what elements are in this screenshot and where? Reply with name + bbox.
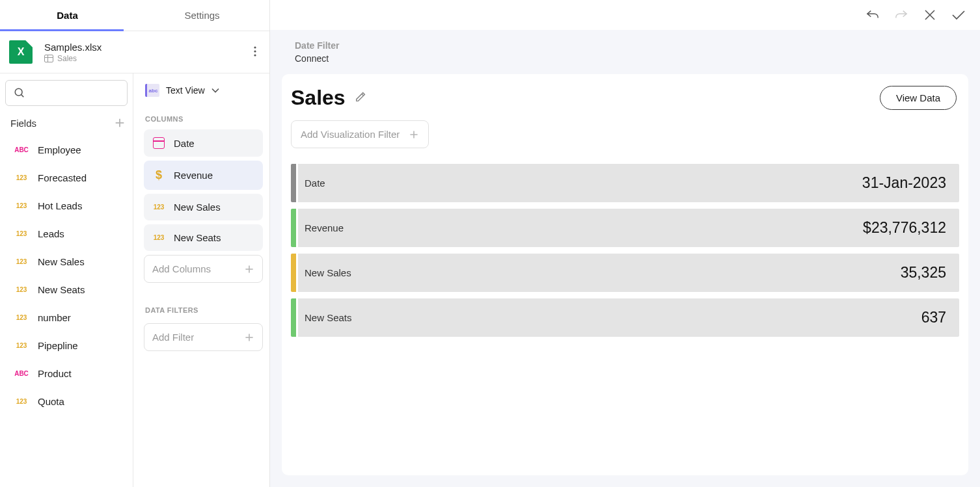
number-type-icon: 123	[152, 234, 166, 241]
file-name: Samples.xlsx	[44, 42, 102, 53]
svg-point-3	[15, 88, 22, 96]
field-item[interactable]: ABCEmployee	[3, 136, 133, 164]
number-type-icon: 123	[13, 174, 30, 181]
card-value: 31-Jan-2023	[862, 174, 946, 192]
number-type-icon: 123	[13, 342, 30, 349]
card-stripe	[291, 254, 296, 292]
text-view-icon: abc	[145, 84, 159, 97]
plus-icon	[244, 264, 254, 274]
card-value: 637	[921, 309, 946, 326]
column-label: New Sales	[174, 202, 221, 213]
visualization-title: Sales	[291, 86, 346, 110]
currency-icon: $	[152, 168, 166, 182]
column-label: New Seats	[174, 232, 221, 243]
close-button[interactable]	[923, 8, 937, 22]
card-label: Date	[305, 178, 325, 189]
data-card: Revenue$23,776,312	[291, 209, 959, 247]
view-type-dropdown[interactable]: abc Text View	[144, 80, 263, 109]
text-type-icon: ABC	[13, 370, 30, 377]
edit-title-button[interactable]	[355, 90, 368, 105]
column-label: Date	[174, 138, 195, 149]
field-label: Pipepline	[38, 340, 78, 351]
number-type-icon: 123	[13, 230, 30, 237]
column-pill[interactable]: $Revenue	[144, 161, 263, 190]
card-label: New Seats	[305, 312, 352, 323]
date-filter-label: Date Filter	[295, 40, 967, 51]
card-label: Revenue	[305, 222, 344, 233]
number-type-icon: 123	[152, 204, 166, 211]
card-stripe	[291, 209, 296, 247]
field-item[interactable]: 123number	[3, 304, 133, 332]
column-pill[interactable]: 123New Sales	[144, 194, 263, 220]
field-item[interactable]: ABCProduct	[3, 360, 133, 388]
card-body: Date31-Jan-2023	[296, 164, 959, 202]
view-type-label: Text View	[166, 85, 205, 96]
tab-indicator	[0, 29, 124, 31]
field-label: Product	[38, 368, 72, 379]
card-body: Revenue$23,776,312	[296, 209, 959, 247]
view-data-button[interactable]: View Data	[880, 86, 957, 110]
field-label: Quota	[38, 396, 64, 407]
field-item[interactable]: 123Hot Leads	[3, 192, 133, 220]
data-card: New Sales35,325	[291, 254, 959, 292]
field-item[interactable]: 123New Seats	[3, 276, 133, 304]
plus-icon	[114, 117, 126, 129]
add-columns-button[interactable]: Add Columns	[144, 255, 263, 283]
field-label: number	[38, 312, 71, 323]
excel-file-icon: X	[9, 40, 33, 64]
card-stripe	[291, 164, 296, 202]
chevron-down-icon	[211, 88, 219, 93]
number-type-icon: 123	[13, 286, 30, 293]
add-filter-button[interactable]: Add Filter	[144, 323, 263, 351]
pencil-icon	[355, 90, 368, 103]
fields-header-label: Fields	[10, 118, 36, 129]
field-item[interactable]: 123Pipepline	[3, 332, 133, 360]
number-type-icon: 123	[13, 314, 30, 321]
date-filter-connect[interactable]: Connect	[295, 53, 967, 64]
add-field-button[interactable]	[113, 116, 126, 129]
data-card: Date31-Jan-2023	[291, 164, 959, 202]
table-icon	[44, 55, 53, 62]
number-type-icon: 123	[13, 202, 30, 209]
confirm-button[interactable]	[951, 8, 966, 22]
card-body: New Sales35,325	[296, 254, 959, 292]
plus-icon	[244, 332, 254, 343]
field-label: New Seats	[38, 284, 85, 295]
card-value: $23,776,312	[863, 219, 946, 237]
add-filter-label: Add Filter	[152, 332, 194, 343]
data-filters-section-header: DATA FILTERS	[144, 300, 263, 321]
field-item[interactable]: 123Leads	[3, 220, 133, 248]
column-pill[interactable]: 123New Seats	[144, 224, 263, 251]
tab-settings[interactable]: Settings	[135, 0, 269, 31]
viz-filter-label: Add Visualization Filter	[301, 129, 400, 140]
undo-button[interactable]	[865, 8, 880, 22]
add-visualization-filter-button[interactable]: Add Visualization Filter	[291, 120, 429, 148]
field-item[interactable]: 123Quota	[3, 388, 133, 415]
columns-section-header: COLUMNS	[144, 109, 263, 129]
search-input[interactable]	[5, 80, 128, 106]
search-icon	[14, 87, 25, 99]
sheet-name: Sales	[57, 54, 77, 63]
svg-line-13	[362, 94, 364, 96]
column-pill[interactable]: Date	[144, 129, 263, 157]
number-type-icon: 123	[13, 398, 30, 405]
card-body: New Seats637	[296, 298, 959, 337]
svg-point-2	[254, 54, 256, 56]
redo-button[interactable]	[894, 8, 908, 22]
field-label: Hot Leads	[38, 200, 82, 211]
field-item[interactable]: 123New Sales	[3, 248, 133, 276]
card-label: New Sales	[305, 267, 351, 278]
number-type-icon: 123	[13, 258, 30, 265]
plus-icon	[409, 129, 419, 140]
text-type-icon: ABC	[13, 146, 30, 153]
field-label: New Sales	[38, 256, 85, 267]
calendar-icon	[152, 137, 166, 149]
svg-line-4	[21, 95, 23, 97]
card-stripe	[291, 298, 296, 337]
column-label: Revenue	[174, 170, 213, 181]
card-value: 35,325	[901, 264, 946, 282]
tab-data[interactable]: Data	[0, 0, 135, 31]
field-item[interactable]: 123Forecasted	[3, 164, 133, 192]
more-options-button[interactable]	[247, 41, 263, 64]
data-card: New Seats637	[291, 298, 959, 337]
